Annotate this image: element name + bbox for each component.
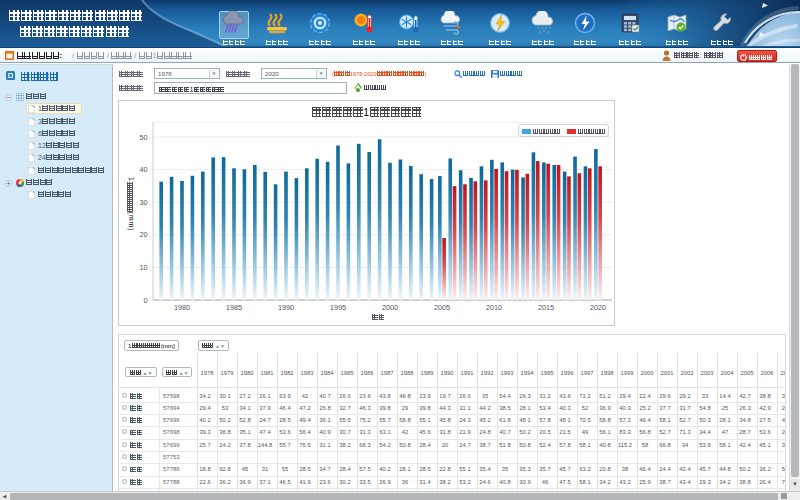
svg-text:20: 20 — [139, 230, 147, 239]
svg-text:30: 30 — [139, 198, 147, 207]
svg-text:50: 50 — [139, 133, 147, 142]
svg-text:2000: 2000 — [382, 303, 398, 312]
svg-text:10: 10 — [139, 263, 147, 272]
svg-text:2005: 2005 — [434, 303, 450, 312]
svg-text:1995: 1995 — [330, 303, 346, 312]
svg-text:2020: 2020 — [590, 303, 606, 312]
svg-text:*: * — [549, 26, 552, 32]
svg-text:1990: 1990 — [278, 303, 294, 312]
svg-text:2015: 2015 — [538, 303, 554, 312]
svg-text:1985: 1985 — [226, 303, 242, 312]
svg-text:2010: 2010 — [486, 303, 502, 312]
svg-text:0: 0 — [143, 296, 147, 305]
svg-text:1980: 1980 — [174, 303, 190, 312]
svg-text:40: 40 — [139, 165, 147, 174]
